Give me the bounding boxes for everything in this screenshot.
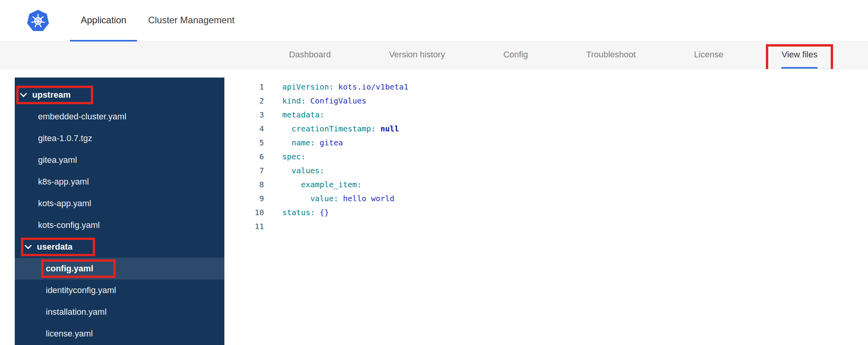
code-token — [282, 194, 310, 203]
tab-cluster-management[interactable]: Cluster Management — [137, 0, 245, 41]
file-tree-item-label: userdata — [37, 242, 73, 252]
line-number: 5 — [224, 136, 264, 150]
file-tree-item-inner: installation.yaml — [46, 307, 107, 317]
tab-application[interactable]: Application — [70, 0, 137, 41]
file-tree-item-inner: identityconfig.yaml — [46, 285, 116, 295]
line-number: 7 — [224, 164, 264, 178]
code-line: 3 metadata: — [224, 108, 868, 122]
code-token: null — [376, 124, 399, 133]
line-number: 1 — [224, 80, 264, 94]
line-number: 4 — [224, 122, 264, 136]
code-token — [282, 166, 292, 175]
file-tree-item[interactable]: kots-config.yaml — [15, 214, 224, 236]
tab-license[interactable]: License — [694, 42, 724, 69]
kubernetes-logo — [26, 9, 50, 33]
code-text: kind: ConfigValues — [264, 94, 366, 108]
chevron-down-icon[interactable] — [20, 90, 27, 97]
line-number: 10 — [224, 205, 264, 219]
code-line: 1 apiVersion: kots.io/v1beta1 — [224, 80, 868, 94]
code-text: creationTimestamp: null — [264, 122, 399, 136]
file-tree-item-label: kots-app.yaml — [38, 198, 91, 209]
file-tree-item[interactable]: license.yaml — [15, 323, 224, 345]
code-token: hello world — [339, 194, 395, 203]
code-token: kots.io/v1beta1 — [333, 82, 408, 91]
file-tree-item-inner: license.yaml — [46, 329, 93, 339]
code-line: 7 values: — [224, 164, 868, 178]
admin-console-window: Application Cluster Management Dashboard… — [0, 0, 868, 345]
tab-dashboard[interactable]: Dashboard — [289, 42, 331, 69]
file-tree-item[interactable]: upstream — [15, 84, 224, 106]
top-navigation: Application Cluster Management — [0, 0, 868, 41]
line-number: 11 — [224, 219, 264, 233]
file-tree-item[interactable]: config.yaml — [15, 258, 224, 279]
file-tree-item[interactable]: kots-app.yaml — [15, 193, 224, 214]
line-number: 6 — [224, 150, 264, 164]
tab-troubleshoot[interactable]: Troubleshoot — [586, 42, 636, 69]
code-token: status: — [282, 208, 315, 217]
file-tree-item-inner: k8s-app.yaml — [38, 177, 89, 187]
code-line: 9 value: hello world — [224, 191, 868, 205]
file-tree-item-inner: upstream — [21, 90, 71, 100]
file-tree-item-inner: gitea.yaml — [38, 155, 77, 165]
file-tree-item-label: config.yaml — [46, 264, 93, 274]
file-tree-item-label: gitea-1.0.7.tgz — [38, 133, 92, 143]
code-token: metadata: — [282, 110, 324, 119]
code-token: example_item: — [301, 180, 362, 189]
tab-config[interactable]: Config — [503, 42, 528, 69]
file-tree-item[interactable]: userdata — [15, 236, 224, 258]
file-tree-item-inner: kots-app.yaml — [38, 198, 91, 209]
code-token: value: — [310, 194, 338, 203]
chevron-down-icon[interactable] — [24, 242, 31, 249]
code-text: name: gitea — [264, 136, 343, 150]
code-line: 5 name: gitea — [224, 136, 868, 150]
line-number: 9 — [224, 191, 264, 205]
code-token — [282, 180, 301, 189]
code-token: {} — [315, 208, 329, 217]
file-tree-item-inner: config.yaml — [46, 264, 93, 274]
code-token: values: — [292, 166, 324, 175]
code-line: 2 kind: ConfigValues — [224, 94, 868, 108]
file-tree-item-label: installation.yaml — [46, 307, 107, 317]
code-line: 11 — [224, 219, 868, 233]
code-editor[interactable]: 1 apiVersion: kots.io/v1beta1 2 kind: Co… — [224, 69, 868, 345]
line-number: 8 — [224, 178, 264, 191]
code-text: spec: — [264, 150, 306, 164]
code-line: 8 example_item: — [224, 178, 868, 191]
line-number: 2 — [224, 94, 264, 108]
code-token: kind: — [282, 96, 306, 105]
file-tree-item[interactable]: identityconfig.yaml — [15, 279, 224, 301]
file-tree-item-label: license.yaml — [46, 329, 93, 339]
code-token: gitea — [315, 138, 343, 147]
code-text: value: hello world — [264, 191, 394, 205]
file-tree-item[interactable]: installation.yaml — [15, 301, 224, 323]
file-tree-item-label: kots-config.yaml — [38, 220, 100, 230]
code-token: creationTimestamp: — [292, 124, 376, 133]
file-tree-item-inner: embedded-cluster.yaml — [38, 112, 126, 122]
code-token: apiVersion: — [282, 82, 333, 91]
code-token — [282, 124, 292, 133]
code-token — [282, 138, 292, 147]
file-tree-item-inner: kots-config.yaml — [38, 220, 100, 230]
code-text: apiVersion: kots.io/v1beta1 — [264, 80, 408, 94]
code-line: 6 spec: — [224, 150, 868, 164]
app-section-navigation: Dashboard Version history Config Trouble… — [0, 41, 868, 69]
file-tree-item-inner: gitea-1.0.7.tgz — [38, 133, 92, 143]
tab-view-files[interactable]: View files — [781, 42, 818, 69]
tab-version-history[interactable]: Version history — [389, 42, 445, 69]
code-text: status: {} — [264, 205, 329, 219]
file-tree-item[interactable]: k8s-app.yaml — [15, 171, 224, 193]
code-line: 10 status: {} — [224, 205, 868, 219]
file-tree-item-inner: userdata — [26, 242, 73, 252]
file-tree-item-label: identityconfig.yaml — [46, 285, 116, 295]
file-tree-item[interactable]: gitea-1.0.7.tgz — [15, 128, 224, 149]
file-tree-item-label: upstream — [32, 90, 71, 100]
code-token: ConfigValues — [306, 96, 366, 105]
code-line: 4 creationTimestamp: null — [224, 122, 868, 136]
file-tree-item[interactable]: gitea.yaml — [15, 149, 224, 171]
file-tree-item-label: k8s-app.yaml — [38, 177, 89, 187]
file-tree-item-label: embedded-cluster.yaml — [38, 112, 126, 122]
code-text — [264, 219, 282, 233]
code-token: name: — [292, 138, 315, 147]
code-text: metadata: — [264, 108, 324, 122]
file-tree-item[interactable]: embedded-cluster.yaml — [15, 106, 224, 128]
